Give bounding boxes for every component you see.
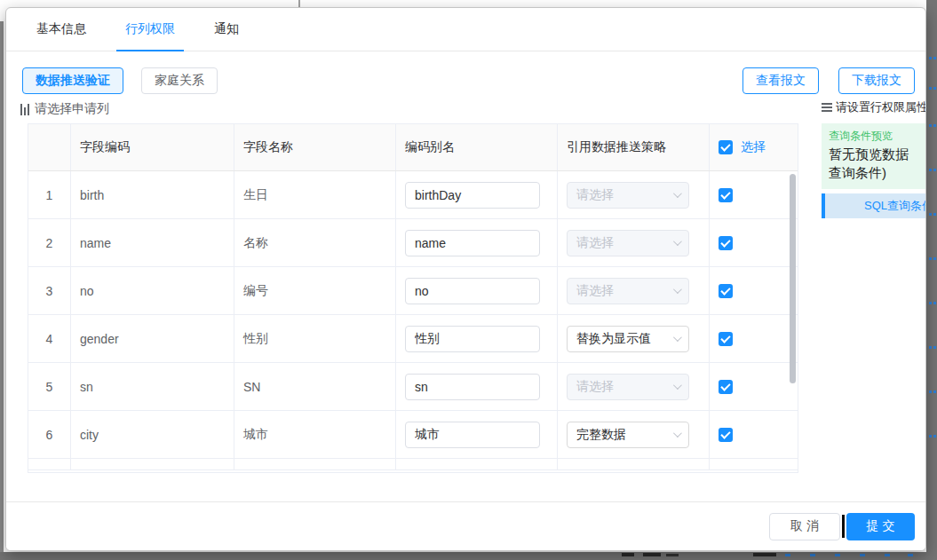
backdrop-dots	[929, 213, 936, 216]
header-select: 选择	[710, 124, 798, 170]
preview-empty-text-2: 查询条件)	[829, 163, 926, 182]
alias-input[interactable]	[405, 278, 540, 304]
backdrop-fragment	[885, 554, 890, 556]
backdrop-dots	[929, 390, 936, 393]
sql-query-condition-label: SQL查询条件	[864, 198, 926, 214]
tab-row-column-permission[interactable]: 行列权限	[123, 8, 177, 51]
table-row-partial	[28, 459, 798, 470]
panel-title: 请设置行权限属性	[822, 100, 926, 114]
cancel-button[interactable]: 取 消	[769, 513, 840, 540]
submit-button[interactable]: 提 交	[846, 513, 915, 540]
backdrop-dots	[929, 87, 936, 90]
chevron-down-icon	[673, 237, 682, 246]
strategy-select: 请选择	[567, 230, 689, 256]
query-condition-preview-box: 查询条件预览 暂无预览数据 查询条件)	[822, 123, 926, 189]
strategy-placeholder: 请选择	[576, 235, 614, 251]
alias-input[interactable]	[405, 182, 540, 209]
permission-dialog: 基本信息 行列权限 通知 数据推送验证 家庭关系 查看报文 下载报文 请选择申请…	[5, 7, 926, 551]
row-checkbox[interactable]	[719, 284, 733, 298]
table-row: 1 birth 生日 请选择	[28, 171, 798, 219]
toolbar-left-group: 数据推送验证 家庭关系	[22, 67, 218, 94]
row-checkbox[interactable]	[719, 188, 733, 202]
backdrop-bottom-strip	[0, 552, 937, 560]
strategy-value: 完整数据	[576, 427, 626, 443]
backdrop-fragment	[908, 554, 913, 556]
sql-query-condition-item[interactable]: SQL查询条件	[822, 193, 926, 218]
row-checkbox[interactable]	[719, 428, 733, 442]
backdrop-top-line	[298, 0, 300, 7]
field-name: 名称	[234, 219, 396, 266]
backdrop-fragment	[835, 554, 840, 556]
row-checkbox[interactable]	[719, 332, 733, 346]
strategy-select: 请选择	[567, 182, 689, 209]
select-all-checkbox[interactable]	[719, 140, 733, 154]
row-checkbox[interactable]	[719, 380, 733, 394]
table-header-row: 字段编码 字段名称 编码别名 引用数据推送策略 选择	[28, 124, 798, 171]
chevron-down-icon	[673, 333, 682, 342]
chevron-down-icon	[673, 285, 682, 294]
field-name: 性别	[234, 315, 396, 362]
row-index: 1	[28, 171, 71, 218]
table-row: 5 sn SN 请选择	[28, 363, 798, 411]
row-permission-panel: 请设置行权限属性 查询条件预览 暂无预览数据 查询条件) SQL查询条件	[822, 100, 926, 218]
backdrop-dots	[929, 346, 936, 349]
columns-icon	[20, 104, 30, 115]
backdrop-dots	[929, 124, 936, 127]
header-field-name: 字段名称	[234, 124, 396, 170]
table-row: 2 name 名称 请选择	[28, 219, 798, 267]
view-message-button[interactable]: 查看报文	[742, 67, 819, 94]
tab-notification[interactable]: 通知	[212, 8, 241, 51]
field-code: sn	[71, 363, 234, 410]
backdrop-dots	[929, 302, 936, 304]
backdrop-left-strip	[0, 21, 4, 554]
preview-empty-text: 暂无预览数据	[829, 145, 926, 163]
backdrop-right-strip	[926, 0, 937, 560]
panel-title-text: 请设置行权限属性	[836, 99, 926, 115]
backdrop-dots	[929, 435, 936, 438]
backdrop-dots	[929, 169, 936, 171]
content-area: 请选择申请列 字段编码 字段名称 编码别名 引用数据推送策略 选择 1 birt…	[20, 99, 915, 501]
download-message-button[interactable]: 下载报文	[838, 67, 915, 94]
table-row: 4 gender 性别 替换为显示值	[28, 315, 798, 363]
table-scrollbar-thumb[interactable]	[790, 174, 796, 383]
backdrop-dots	[929, 57, 936, 59]
backdrop-fragment	[860, 554, 865, 556]
strategy-select[interactable]: 完整数据	[567, 422, 689, 448]
header-index	[28, 124, 71, 170]
chevron-down-icon	[673, 429, 682, 438]
strategy-placeholder: 请选择	[576, 379, 614, 395]
backdrop-fragment	[622, 553, 634, 556]
chevron-down-icon	[673, 189, 682, 198]
preview-label: 查询条件预览	[829, 129, 926, 143]
alias-input[interactable]	[405, 230, 540, 256]
data-push-verify-button[interactable]: 数据推送验证	[22, 67, 123, 94]
row-index: 4	[28, 315, 71, 362]
field-code: birth	[71, 171, 234, 218]
row-index: 6	[28, 411, 71, 458]
row-checkbox[interactable]	[719, 236, 733, 250]
toolbar: 数据推送验证 家庭关系 查看报文 下载报文	[22, 67, 915, 94]
backdrop-fragment	[785, 554, 790, 556]
field-code: name	[71, 219, 234, 266]
alias-input[interactable]	[405, 422, 540, 448]
row-index: 3	[28, 267, 71, 314]
table-row: 6 city 城市 完整数据	[28, 411, 798, 459]
alias-input[interactable]	[405, 326, 540, 352]
field-code: no	[71, 267, 234, 314]
section-title-text: 请选择申请列	[35, 101, 109, 117]
strategy-select[interactable]: 替换为显示值	[567, 326, 689, 352]
family-relation-button[interactable]: 家庭关系	[141, 67, 218, 94]
alias-input[interactable]	[405, 374, 540, 400]
fields-table: 字段编码 字段名称 编码别名 引用数据推送策略 选择 1 birth 生日 请选…	[28, 123, 798, 473]
field-name: 生日	[234, 171, 396, 218]
strategy-placeholder: 请选择	[576, 187, 614, 203]
toolbar-right-group: 查看报文 下载报文	[742, 67, 915, 94]
tab-basic-info[interactable]: 基本信息	[35, 8, 88, 51]
field-name: SN	[234, 363, 396, 410]
strategy-value: 替换为显示值	[576, 331, 651, 347]
select-all-label: 选择	[741, 139, 766, 155]
backdrop-fragment	[666, 554, 679, 556]
strategy-select: 请选择	[567, 278, 689, 304]
backdrop-dots	[929, 257, 936, 260]
backdrop-fragment	[643, 553, 661, 556]
